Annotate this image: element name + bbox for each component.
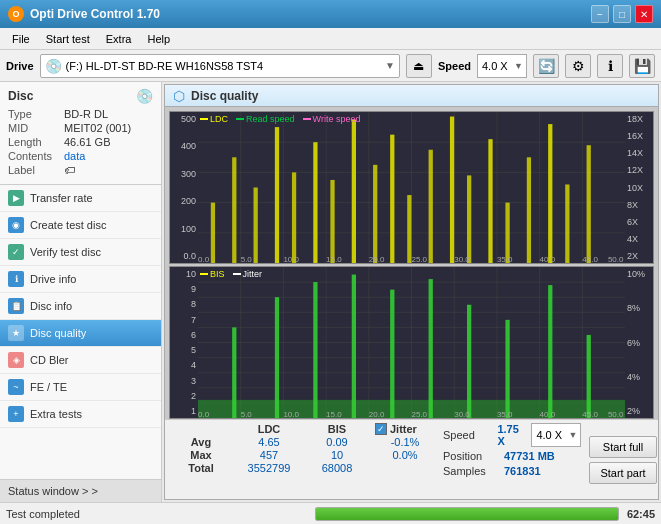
svg-rect-72	[587, 335, 591, 418]
stats-max-bis: 10	[307, 449, 367, 461]
svg-text:5.0: 5.0	[241, 255, 253, 263]
disc-contents-value: data	[64, 150, 85, 162]
svg-rect-13	[211, 203, 215, 263]
svg-rect-24	[429, 150, 433, 263]
sidebar-item-label: CD Bler	[30, 354, 69, 366]
save-button[interactable]: 💾	[629, 54, 655, 78]
sidebar-item-label: Create test disc	[30, 219, 106, 231]
svg-rect-70	[505, 320, 509, 418]
info-button[interactable]: ℹ	[597, 54, 623, 78]
svg-rect-23	[407, 195, 411, 263]
disc-contents-label: Contents	[8, 150, 64, 162]
menu-help[interactable]: Help	[139, 31, 178, 47]
position-value: 47731 MB	[504, 450, 555, 462]
sidebar-item-cd-bler[interactable]: ◈ CD Bler	[0, 347, 161, 374]
progress-bar-fill	[316, 508, 617, 520]
content-area: ⬡ Disc quality 500 400 300 200 100 0.0	[162, 82, 661, 502]
stats-header-row: LDC BIS ✓ Jitter	[171, 423, 435, 435]
svg-rect-28	[505, 203, 509, 263]
verify-test-disc-icon: ✓	[8, 244, 24, 260]
svg-rect-68	[429, 279, 433, 418]
disc-quality-header: ⬡ Disc quality	[165, 85, 658, 107]
settings-button[interactable]: ⚙	[565, 54, 591, 78]
chevron-down-icon: ▼	[385, 60, 395, 71]
maximize-button[interactable]: □	[613, 5, 631, 23]
menu-start-test[interactable]: Start test	[38, 31, 98, 47]
svg-text:20.0: 20.0	[369, 410, 385, 418]
sidebar-item-disc-info[interactable]: 📋 Disc info	[0, 293, 161, 320]
svg-text:35.0: 35.0	[497, 255, 513, 263]
start-part-button[interactable]: Start part	[589, 462, 656, 484]
eject-button[interactable]: ⏏	[406, 54, 432, 78]
speed-label-static: Speed	[443, 429, 491, 441]
svg-text:0.0: 0.0	[198, 255, 210, 263]
minimize-button[interactable]: −	[591, 5, 609, 23]
menu-file[interactable]: File	[4, 31, 38, 47]
svg-rect-15	[254, 188, 258, 264]
svg-text:50.0 GB: 50.0 GB	[608, 255, 625, 263]
svg-rect-32	[587, 145, 591, 263]
svg-rect-71	[548, 285, 552, 418]
close-button[interactable]: ✕	[635, 5, 653, 23]
sidebar-item-drive-info[interactable]: ℹ Drive info	[0, 266, 161, 293]
ldc-y-right: 18X 16X 14X 12X 10X 8X 6X 4X 2X	[625, 112, 653, 263]
sidebar-item-create-test-disc[interactable]: ◉ Create test disc	[0, 212, 161, 239]
stats-max-jitter: 0.0%	[375, 449, 435, 461]
svg-rect-63	[232, 327, 236, 418]
samples-value: 761831	[504, 465, 541, 477]
disc-icon-button[interactable]: 💿	[136, 88, 153, 104]
svg-text:15.0: 15.0	[326, 410, 342, 418]
stats-table: LDC BIS ✓ Jitter Avg 4.65 0.09	[171, 423, 435, 496]
start-full-button[interactable]: Start full	[589, 436, 656, 458]
sidebar-item-label: Drive info	[30, 273, 76, 285]
window-controls: − □ ✕	[591, 5, 653, 23]
stats-total-row: Total 3552799 68008	[171, 462, 435, 474]
svg-text:45.0: 45.0	[582, 255, 598, 263]
jitter-checkbox[interactable]: ✓	[375, 423, 387, 435]
jitter-legend-dot	[233, 273, 241, 275]
menu-bar: File Start test Extra Help	[0, 28, 661, 50]
svg-text:35.0: 35.0	[497, 410, 513, 418]
sidebar-item-extra-tests[interactable]: + Extra tests	[0, 401, 161, 428]
stats-max-row: Max 457 10 0.0%	[171, 449, 435, 461]
status-window-button[interactable]: Status window > >	[0, 479, 161, 502]
progress-bar-container	[315, 507, 618, 521]
sidebar: Disc 💿 Type BD-R DL MID MEIT02 (001) Len…	[0, 82, 162, 502]
disc-type-label: Type	[8, 108, 64, 120]
svg-text:10.0: 10.0	[283, 410, 299, 418]
drive-icon: 💿	[45, 58, 62, 74]
sidebar-item-disc-quality[interactable]: ★ Disc quality	[0, 320, 161, 347]
drive-select[interactable]: 💿 (F:) HL-DT-ST BD-RE WH16NS58 TST4 ▼	[40, 54, 400, 78]
position-row: Position 47731 MB	[443, 450, 581, 462]
stats-max-label: Max	[171, 449, 231, 461]
extra-tests-icon: +	[8, 406, 24, 422]
sidebar-item-fe-te[interactable]: ~ FE / TE	[0, 374, 161, 401]
svg-rect-67	[390, 290, 394, 418]
svg-rect-25	[450, 117, 454, 263]
svg-text:15.0: 15.0	[326, 255, 342, 263]
speed-dropdown[interactable]: 4.0 X 2.0 X	[531, 423, 581, 447]
stats-col-empty	[171, 423, 231, 435]
menu-extra[interactable]: Extra	[98, 31, 140, 47]
speed-select[interactable]: 4.0 X 2.0 X 1.0 X	[477, 54, 527, 78]
disc-length-value: 46.61 GB	[64, 136, 110, 148]
svg-text:40.0: 40.0	[540, 410, 556, 418]
speed-section: Speed 1.75 X 4.0 X 2.0 X ▼ Position 4773	[443, 423, 581, 496]
svg-rect-30	[548, 124, 552, 263]
svg-text:50.0 GB: 50.0 GB	[608, 410, 625, 418]
sidebar-item-label: Disc quality	[30, 327, 86, 339]
stats-total-ldc: 3552799	[239, 462, 299, 474]
bis-legend: BIS Jitter	[200, 269, 262, 279]
ldc-legend: LDC Read speed Write speed	[200, 114, 360, 124]
svg-rect-26	[467, 175, 471, 263]
fe-te-icon: ~	[8, 379, 24, 395]
sidebar-item-transfer-rate[interactable]: ▶ Transfer rate	[0, 185, 161, 212]
speed-dropdown-wrapper: 4.0 X 2.0 X ▼	[531, 423, 581, 447]
ldc-chart-main: LDC Read speed Write speed	[198, 112, 625, 263]
sidebar-item-verify-test-disc[interactable]: ✓ Verify test disc	[0, 239, 161, 266]
ldc-svg: 0.0 5.0 10.0 15.0 20.0 25.0 30.0 35.0 40…	[198, 112, 625, 263]
disc-quality-icon: ★	[8, 325, 24, 341]
create-test-disc-icon: ◉	[8, 217, 24, 233]
refresh-button[interactable]: 🔄	[533, 54, 559, 78]
sidebar-item-label: FE / TE	[30, 381, 67, 393]
